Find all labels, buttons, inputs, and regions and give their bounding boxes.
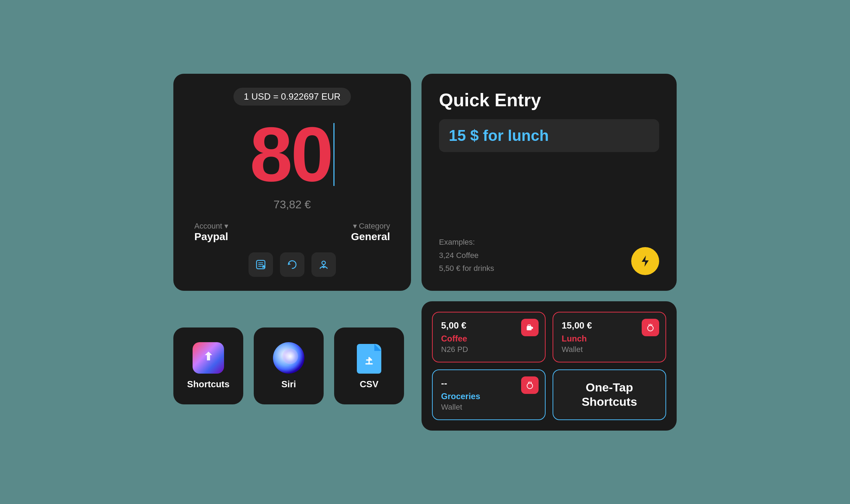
- shortcuts-card: 5,00 € Coffee N26 PD 15,00 € Lunch Walle…: [422, 301, 677, 431]
- shortcuts-app-icon[interactable]: Shortcuts: [173, 327, 243, 404]
- coffee-icon: [521, 319, 539, 336]
- example1: 3,24 Coffee: [439, 251, 478, 260]
- svg-point-17: [527, 383, 533, 389]
- amount-number: 80: [250, 116, 332, 193]
- example2: 5,50 € for drinks: [439, 264, 494, 273]
- account-category-row: Account ▾ Paypal ▾ Category General: [191, 222, 394, 243]
- action-buttons: +: [248, 252, 336, 277]
- siri-label: Siri: [281, 379, 296, 390]
- currency-card: 1 USD = 0.922697 EUR 80 73,82 € Account …: [173, 74, 411, 291]
- csv-icon: [356, 342, 382, 374]
- examples-text: Examples: 3,24 Coffee 5,50 € for drinks: [439, 236, 494, 275]
- notes-button[interactable]: +: [248, 252, 273, 277]
- quick-entry-title: Quick Entry: [439, 89, 659, 110]
- category-value: General: [351, 231, 390, 243]
- shortcut-groceries[interactable]: -- Groceries Wallet: [432, 369, 546, 420]
- category-section[interactable]: ▾ Category General: [351, 222, 390, 243]
- amount-display: 80: [250, 116, 335, 193]
- siri-app-icon[interactable]: Siri: [254, 327, 324, 404]
- converted-amount: 73,82 €: [274, 198, 311, 211]
- shortcuts-label: Shortcuts: [187, 379, 229, 390]
- category-label: ▾ Category: [353, 222, 390, 231]
- csv-label: CSV: [360, 379, 378, 390]
- lunch-icon: [642, 319, 659, 336]
- exchange-rate-pill: 1 USD = 0.922697 EUR: [233, 88, 351, 106]
- groceries-account: Wallet: [441, 403, 536, 412]
- coffee-account: N26 PD: [441, 345, 536, 354]
- groceries-icon: [521, 376, 539, 394]
- one-tap-label: One-TapShortcuts: [582, 380, 637, 409]
- account-value: Paypal: [194, 231, 228, 243]
- siri-icon: [273, 342, 304, 374]
- quick-entry-input-box[interactable]: 15 $ for lunch: [439, 119, 659, 152]
- save-button[interactable]: [311, 252, 336, 277]
- shortcut-lunch[interactable]: 15,00 € Lunch Wallet: [553, 312, 666, 362]
- shortcut-one-tap[interactable]: One-TapShortcuts: [553, 369, 666, 420]
- quick-entry-card: Quick Entry 15 $ for lunch Examples: 3,2…: [422, 74, 677, 291]
- lunch-account: Wallet: [562, 345, 657, 354]
- quick-entry-bottom: Examples: 3,24 Coffee 5,50 € for drinks: [439, 236, 659, 275]
- account-section[interactable]: Account ▾ Paypal: [194, 222, 228, 243]
- svg-text:+: +: [263, 266, 264, 268]
- svg-marker-8: [642, 255, 649, 267]
- quick-entry-input-text: 15 $ for lunch: [449, 127, 549, 144]
- svg-rect-11: [532, 327, 533, 329]
- lightning-button[interactable]: [631, 247, 659, 275]
- svg-point-12: [528, 325, 531, 326]
- shortcuts-icon: [193, 342, 224, 374]
- exchange-rate-text: 1 USD = 0.922697 EUR: [244, 91, 341, 102]
- cursor-line: [333, 123, 334, 186]
- refresh-button[interactable]: [280, 252, 304, 277]
- main-container: 1 USD = 0.922697 EUR 80 73,82 € Account …: [152, 53, 698, 452]
- svg-rect-10: [527, 326, 532, 330]
- app-icons-row: Shortcuts Siri CSV: [173, 301, 411, 431]
- svg-point-13: [648, 325, 653, 331]
- csv-app-icon[interactable]: CSV: [334, 327, 404, 404]
- svg-point-6: [322, 261, 325, 265]
- examples-title: Examples:: [439, 238, 475, 246]
- shortcut-coffee[interactable]: 5,00 € Coffee N26 PD: [432, 312, 546, 362]
- account-label: Account ▾: [194, 222, 228, 231]
